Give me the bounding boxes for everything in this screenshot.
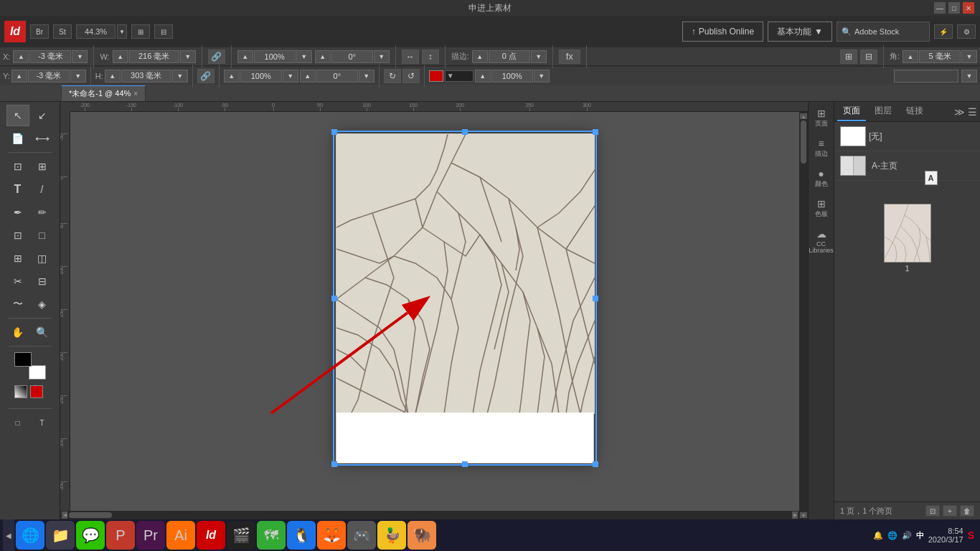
table-tool[interactable]: ⊞: [6, 248, 29, 269]
scale-x-input[interactable]: [254, 50, 296, 63]
style-input[interactable]: [894, 70, 958, 83]
taskbar-ai-icon[interactable]: Ai: [166, 521, 195, 550]
pencil-tool[interactable]: ✏: [31, 202, 54, 223]
stroke-color-swatch[interactable]: [429, 70, 443, 82]
direct-selection-tool[interactable]: ↙: [31, 105, 54, 126]
flip-v-icon[interactable]: ↕: [422, 50, 439, 64]
fill-mode-icon[interactable]: [14, 385, 27, 398]
scale-y-down[interactable]: ▼: [283, 70, 298, 83]
eraser-tool[interactable]: ◈: [31, 293, 54, 315]
shear-down[interactable]: ▼: [359, 70, 374, 83]
align-icon2[interactable]: ⊟: [860, 50, 877, 64]
x-input[interactable]: [29, 50, 71, 63]
flip-h-icon[interactable]: ↔: [402, 50, 419, 64]
taskbar-ppt-icon[interactable]: P: [106, 521, 135, 550]
w-up-btn[interactable]: ▲: [113, 50, 128, 63]
gear-icon[interactable]: ⚙: [957, 24, 976, 39]
gap-tool[interactable]: ⟷: [31, 128, 54, 149]
panel-expand-btn[interactable]: ≫: [954, 106, 965, 118]
rotate-up[interactable]: ▲: [315, 50, 331, 63]
zoom-tool[interactable]: 🔍: [31, 321, 54, 343]
rotate-down[interactable]: ▼: [374, 50, 390, 63]
transform-tool[interactable]: ⊟: [31, 270, 54, 292]
shape-tool[interactable]: □: [31, 225, 54, 246]
type-tool[interactable]: T: [6, 179, 29, 200]
lightning-icon[interactable]: ⚡: [934, 24, 953, 39]
w-input[interactable]: [129, 50, 179, 63]
tab-links[interactable]: 链接: [900, 102, 929, 121]
tab-layers[interactable]: 图层: [869, 102, 897, 121]
line-tool[interactable]: /: [31, 179, 54, 200]
taskbar-duck-icon[interactable]: 🦆: [377, 521, 406, 550]
taskbar-id-icon[interactable]: Id: [197, 521, 225, 550]
scissors-tool[interactable]: ✂: [6, 270, 29, 292]
scale-x-up[interactable]: ▲: [237, 50, 253, 63]
chain-link-icon[interactable]: 🔗: [208, 50, 225, 64]
x-up-btn[interactable]: ▲: [13, 50, 29, 63]
maximize-button[interactable]: □: [948, 2, 960, 14]
w-down-btn[interactable]: ▼: [180, 50, 196, 63]
zoom-dropdown[interactable]: ▼: [117, 24, 127, 39]
content-placer[interactable]: ⊞: [31, 156, 54, 177]
hand-tool[interactable]: ✋: [6, 321, 29, 343]
sidebar-swatches-btn[interactable]: ⊞ 色板: [811, 195, 831, 221]
document-tab[interactable]: *未命名-1 @ 44% ×: [61, 85, 146, 101]
scale-y-input[interactable]: [240, 70, 282, 83]
y-down-btn[interactable]: ▼: [70, 70, 86, 83]
minimize-button[interactable]: —: [934, 2, 946, 14]
panel-menu-btn[interactable]: ☰: [968, 106, 977, 118]
antivirus-icon[interactable]: S: [968, 529, 974, 541]
canvas-area[interactable]: -200 -150 -100 -50 0 50 100 150 200 250: [60, 102, 808, 519]
rotate-cw-icon[interactable]: ↻: [384, 69, 401, 83]
time-display[interactable]: 8:54 2020/3/17: [928, 527, 963, 544]
chain-link2-icon[interactable]: 🔗: [197, 69, 215, 83]
volume-icon[interactable]: 🔊: [902, 531, 912, 540]
taskbar-wechat-icon[interactable]: 💬: [76, 521, 105, 550]
arrange-icon[interactable]: ⊟: [154, 24, 173, 39]
zoom-input[interactable]: [76, 24, 116, 39]
scroll-up-btn[interactable]: ▲: [800, 113, 807, 119]
new-page-btn[interactable]: +: [943, 505, 957, 517]
horizontal-scrollbar[interactable]: ◀ ▶: [60, 511, 799, 519]
normal-mode[interactable]: □: [6, 412, 29, 433]
x-down-btn[interactable]: ▼: [72, 50, 88, 63]
scroll-thumb-v[interactable]: [801, 121, 806, 164]
taskbar-browser-icon[interactable]: 🌐: [16, 521, 44, 550]
sidebar-color-btn[interactable]: ● 颜色: [811, 165, 831, 191]
preview-mode[interactable]: T: [31, 412, 54, 433]
search-box[interactable]: 🔍 Adobe Stock: [837, 22, 930, 42]
delete-page-btn[interactable]: 🗑: [960, 505, 974, 517]
tab-pages[interactable]: 页面: [837, 102, 866, 121]
tab-close-button[interactable]: ×: [133, 90, 138, 98]
input-method-icon[interactable]: 中: [916, 530, 924, 541]
stroke-swatch[interactable]: [14, 352, 32, 367]
canvas-content[interactable]: [70, 112, 808, 519]
opacity-input[interactable]: [491, 70, 533, 83]
pen-tool[interactable]: ✒: [6, 202, 29, 223]
taskbar-map-icon[interactable]: 🗺: [257, 521, 286, 550]
sidebar-pages-btn[interactable]: ⊞ 页面: [811, 105, 831, 131]
scale-y-up[interactable]: ▲: [224, 70, 240, 83]
shear-up[interactable]: ▲: [300, 70, 316, 83]
h-down-btn[interactable]: ▼: [172, 70, 188, 83]
rotate-input[interactable]: [331, 50, 373, 63]
frame-tool[interactable]: ⊡: [6, 225, 29, 246]
close-button[interactable]: ✕: [963, 2, 974, 14]
scroll-thumb-h[interactable]: [69, 512, 112, 518]
sidebar-cc-btn[interactable]: ☁ CC Libraries: [811, 225, 831, 258]
stroke-up[interactable]: ▲: [472, 50, 488, 63]
gradient-tool[interactable]: ◫: [31, 248, 54, 269]
corner-input[interactable]: [919, 50, 961, 63]
page-tool[interactable]: 📄: [6, 128, 29, 149]
taskbar-video-icon[interactable]: 🎬: [227, 521, 255, 550]
layout-icon[interactable]: ⊞: [131, 24, 150, 39]
workspace-button[interactable]: 基本功能 ▼: [768, 22, 832, 42]
stock-button[interactable]: St: [53, 24, 72, 39]
stroke-input[interactable]: [489, 50, 530, 63]
corner-down[interactable]: ▼: [961, 50, 977, 63]
fill-swatch[interactable]: [29, 365, 46, 380]
new-master-btn[interactable]: ⊡: [925, 505, 940, 517]
stroke-down[interactable]: ▼: [531, 50, 547, 63]
opacity-up[interactable]: ▲: [475, 70, 491, 83]
y-input[interactable]: [28, 70, 70, 83]
